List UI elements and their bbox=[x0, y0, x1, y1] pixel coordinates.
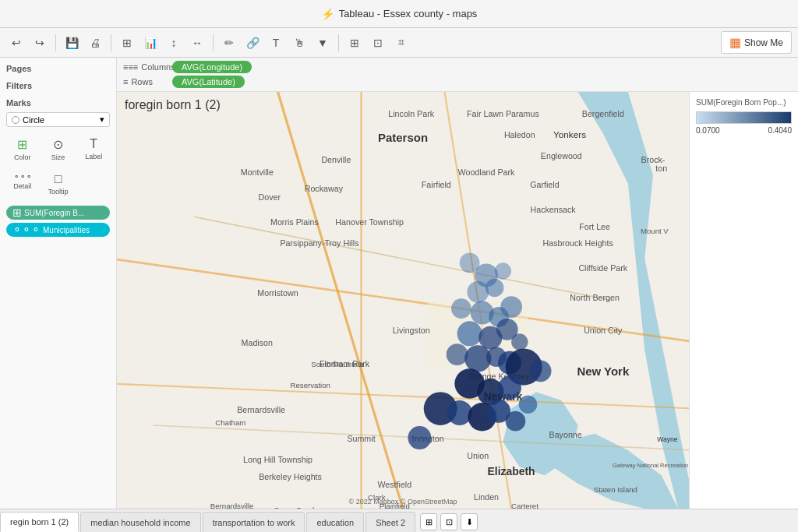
tab-sheet2[interactable]: Sheet 2 bbox=[365, 512, 415, 532]
title-bar: ⚡ Tableau - Essex county - maps bbox=[0, 0, 798, 28]
legend-max: 0.4040 bbox=[768, 126, 792, 135]
tab-regin-born-label: regin born 1 (2) bbox=[10, 517, 69, 527]
svg-text:Mount V: Mount V bbox=[641, 227, 669, 235]
municipalities-badge[interactable]: ⚬⚬⚬ Municipalities bbox=[6, 223, 110, 237]
tab-median-income[interactable]: median household income bbox=[80, 512, 200, 532]
svg-point-81 bbox=[447, 344, 468, 365]
svg-point-72 bbox=[486, 279, 504, 298]
svg-point-86 bbox=[530, 361, 552, 382]
svg-text:Montville: Montville bbox=[241, 167, 274, 177]
svg-text:Wayne: Wayne bbox=[657, 435, 678, 443]
svg-text:ton: ton bbox=[655, 164, 667, 173]
filters-title: Filters bbox=[6, 81, 110, 90]
main-layout: Pages Filters Marks Circle ▾ ⊞ Color ⊙ S… bbox=[0, 58, 798, 509]
svg-text:Cliffside Park: Cliffside Park bbox=[578, 263, 627, 273]
svg-point-73 bbox=[451, 298, 471, 319]
rows-label: ≡ Rows bbox=[123, 77, 166, 86]
marks-icons-grid: ⊞ Color ⊙ Size T Label ⚬⚬⚬ Detail □ Tool… bbox=[6, 133, 110, 199]
map-copyright: © 2022 Mapbox © OpenStreetMap bbox=[349, 498, 457, 506]
chevron-down-icon: ▾ bbox=[100, 115, 104, 125]
sort-asc-button[interactable]: ↕ bbox=[164, 33, 184, 53]
field-bars: ≡≡≡ Columns AVG(Longitude) ≡ Rows AVG(La… bbox=[117, 58, 798, 92]
duplicate-sheet-button[interactable]: ⊡ bbox=[440, 513, 457, 530]
tab-median-income-label: median household income bbox=[90, 518, 190, 527]
show-me-icon: ▦ bbox=[729, 35, 741, 50]
tooltip-icon: □ bbox=[55, 172, 62, 186]
svg-text:South Mountain: South Mountain bbox=[311, 360, 363, 368]
marks-type-select[interactable]: Circle ▾ bbox=[6, 112, 110, 127]
tooltip-button[interactable]: □ Tooltip bbox=[42, 168, 75, 199]
share-button[interactable]: ⌗ bbox=[391, 33, 411, 53]
cursor-button[interactable]: 🖱 bbox=[289, 33, 309, 53]
svg-text:Elizabeth: Elizabeth bbox=[488, 465, 535, 477]
content-area: ≡≡≡ Columns AVG(Longitude) ≡ Rows AVG(La… bbox=[117, 58, 798, 509]
svg-text:Union: Union bbox=[467, 451, 489, 460]
svg-text:Yonkers: Yonkers bbox=[553, 129, 586, 139]
latitude-pill[interactable]: AVG(Latitude) bbox=[172, 76, 245, 88]
save-button[interactable]: 💾 bbox=[62, 33, 82, 53]
label-button[interactable]: T Label bbox=[77, 133, 110, 165]
sum-foregin-badge[interactable]: ⊞ SUM(Foregin B... bbox=[6, 206, 110, 220]
detail-icon: ⚬⚬⚬ bbox=[13, 172, 32, 181]
show-me-button[interactable]: ▦ Show Me bbox=[721, 31, 792, 54]
tab-regin-born[interactable]: regin born 1 (2) bbox=[0, 512, 79, 532]
svg-text:Westfield: Westfield bbox=[377, 480, 411, 489]
svg-text:Denville: Denville bbox=[321, 155, 351, 164]
tab-transportation[interactable]: transportation to work bbox=[203, 512, 305, 532]
sum-badge-container: ⊞ SUM(Foregin B... bbox=[6, 206, 110, 220]
svg-text:Union City: Union City bbox=[584, 326, 623, 335]
svg-text:Summit: Summit bbox=[347, 434, 375, 443]
label-icon: T bbox=[90, 137, 97, 151]
left-panel: Pages Filters Marks Circle ▾ ⊞ Color ⊙ S… bbox=[0, 58, 117, 509]
undo-button[interactable]: ↩ bbox=[6, 33, 26, 53]
svg-point-95 bbox=[519, 395, 538, 414]
size-label: Size bbox=[51, 153, 65, 161]
svg-text:Parsippany-Troy Hills: Parsippany-Troy Hills bbox=[280, 238, 358, 248]
legend-gradient bbox=[696, 111, 792, 124]
map-container[interactable]: foregin born 1 (2) bbox=[117, 92, 689, 509]
svg-point-96 bbox=[408, 426, 431, 449]
data-source-button[interactable]: 📊 bbox=[140, 33, 161, 53]
legend-title: SUM(Foregin Born Pop...) bbox=[696, 98, 792, 107]
toolbar-divider-2 bbox=[111, 34, 111, 51]
window-title: Tableau - Essex county - maps bbox=[339, 8, 478, 19]
grid-button[interactable]: ⊞ bbox=[344, 33, 365, 53]
connect-data-button[interactable]: ⊞ bbox=[117, 33, 137, 53]
dropdown-button[interactable]: ▼ bbox=[312, 33, 333, 53]
svg-text:Long Hill Township: Long Hill Township bbox=[243, 455, 312, 464]
rows-text: Rows bbox=[131, 77, 153, 86]
circle-icon bbox=[12, 116, 19, 124]
svg-point-76 bbox=[500, 296, 522, 318]
pen-button[interactable]: ✏ bbox=[219, 33, 239, 53]
redo-button[interactable]: ↪ bbox=[30, 33, 50, 53]
svg-text:Gateway National Recreation Ar: Gateway National Recreation Area bbox=[613, 462, 689, 469]
download-button[interactable]: ⬇ bbox=[461, 513, 478, 530]
marks-circle-icon: Circle bbox=[12, 115, 44, 125]
tab-education-label: education bbox=[316, 518, 354, 527]
detail-button[interactable]: ⚬⚬⚬ Detail bbox=[6, 168, 39, 199]
rows-icon: ≡ bbox=[123, 77, 128, 86]
longitude-pill[interactable]: AVG(Longitude) bbox=[172, 61, 252, 73]
pages-title: Pages bbox=[6, 64, 110, 73]
svg-text:Livingston: Livingston bbox=[393, 326, 430, 335]
tab-actions: ⊞ ⊡ ⬇ bbox=[420, 513, 478, 532]
legend-values: 0.0700 0.4040 bbox=[696, 126, 792, 135]
sort-desc-button[interactable]: ↔ bbox=[187, 33, 207, 53]
muni-badge-container: ⚬⚬⚬ Municipalities bbox=[6, 223, 110, 237]
sum-badge-label: SUM(Foregin B... bbox=[24, 209, 84, 217]
tab-education[interactable]: education bbox=[306, 512, 364, 532]
link-button[interactable]: 🔗 bbox=[242, 33, 263, 53]
text-button[interactable]: T bbox=[266, 33, 286, 53]
svg-point-89 bbox=[498, 376, 521, 400]
size-button[interactable]: ⊙ Size bbox=[42, 133, 75, 165]
print-button[interactable]: 🖨 bbox=[85, 33, 105, 53]
svg-text:Morris Plains: Morris Plains bbox=[270, 217, 319, 227]
muni-badge-icon: ⚬⚬⚬ bbox=[12, 224, 41, 235]
new-sheet-button[interactable]: ⊞ bbox=[420, 513, 437, 530]
layout-button[interactable]: ⊡ bbox=[368, 33, 388, 53]
svg-point-77 bbox=[457, 321, 482, 346]
tab-sheet2-label: Sheet 2 bbox=[376, 518, 405, 527]
svg-text:Bayonne: Bayonne bbox=[549, 430, 582, 439]
svg-text:Linden: Linden bbox=[474, 492, 499, 502]
color-button[interactable]: ⊞ Color bbox=[6, 133, 39, 165]
